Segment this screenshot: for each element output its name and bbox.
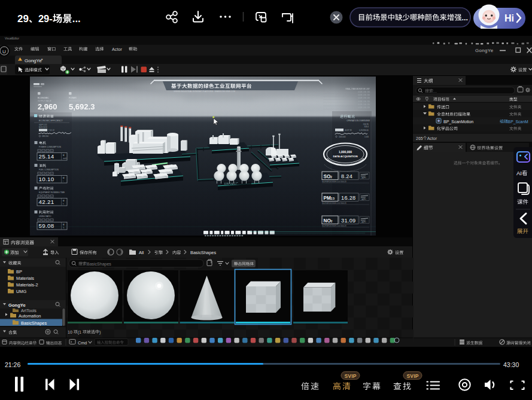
svg-text:...: ... xyxy=(72,13,81,24)
svg-text:59.08: 59.08 xyxy=(39,222,54,229)
svg-text:0.326 1.80 226: 0.326 1.80 226 xyxy=(358,97,370,99)
svg-text:OPERATION OVERVIEW: OPERATION OVERVIEW xyxy=(346,120,370,122)
svg-text:BasicShapes: BasicShapes xyxy=(190,250,216,255)
svg-text:BasicShapes: BasicShapes xyxy=(21,320,47,326)
svg-text:BP_ScanMotion: BP_ScanMotion xyxy=(443,120,473,124)
svg-text:SVIP: SVIP xyxy=(344,373,356,379)
svg-text:M: M xyxy=(47,150,48,151)
svg-text:GongYe: GongYe xyxy=(25,58,42,63)
svg-text:mm/h: mm/h xyxy=(63,157,67,160)
svg-text:μg/m³: μg/m³ xyxy=(361,221,366,223)
svg-text:16.28: 16.28 xyxy=(341,195,356,201)
svg-text:43:30: 43:30 xyxy=(503,361,519,368)
svg-text:8.24: 8.24 xyxy=(341,173,352,179)
svg-text:AI: AI xyxy=(516,170,522,176)
svg-text:0.326 1.80 226: 0.326 1.80 226 xyxy=(358,100,370,103)
svg-text:ECONOMIC EFFICIENCY: ECONOMIC EFFICIENCY xyxy=(39,120,63,122)
svg-text:All: All xyxy=(139,250,144,255)
svg-text:M: M xyxy=(39,173,40,174)
svg-text:¥ 41 22: ¥ 41 22 xyxy=(48,129,54,132)
svg-text:098.200: 098.200 xyxy=(42,135,48,138)
svg-text:M: M xyxy=(43,196,44,197)
svg-text:UMG: UMG xyxy=(16,289,26,294)
svg-text:2,960: 2,960 xyxy=(38,102,57,111)
svg-text:OUTPUT VALUE: OUTPUT VALUE xyxy=(38,100,51,102)
svg-text:M: M xyxy=(47,196,48,197)
svg-text:GongYe: GongYe xyxy=(8,303,26,308)
svg-text:M: M xyxy=(51,150,53,151)
svg-text:USING RATIO: USING RATIO xyxy=(39,215,51,218)
svg-text:FUEL CONSUMPTION: FUEL CONSUMPTION xyxy=(39,169,59,171)
svg-text:*: * xyxy=(41,57,43,63)
svg-text:POWER: POWER xyxy=(69,97,77,99)
svg-text:BP_ScanM: BP_ScanM xyxy=(508,120,528,124)
svg-text:46 87 39: 46 87 39 xyxy=(345,129,352,132)
svg-text:10.10: 10.10 xyxy=(39,176,54,182)
svg-text:SVIP: SVIP xyxy=(406,373,418,379)
svg-text:265: 265 xyxy=(416,136,423,141)
svg-text:PM: PM xyxy=(324,196,331,201)
svg-text:GENERATION: GENERATION xyxy=(69,100,81,102)
svg-text:1.006: 1.006 xyxy=(364,136,369,138)
svg-text:SULFUR DIOXIDE 0.14 1500.2: SULFUR DIOXIDE 0.14 1500.23 xyxy=(322,181,346,183)
svg-text:Materials: Materials xyxy=(16,276,34,281)
svg-text:BasicShapes: BasicShapes xyxy=(87,262,111,267)
svg-text:ECONOMIC: ECONOMIC xyxy=(38,97,49,99)
svg-text:M: M xyxy=(51,173,53,174)
svg-text:Actor: Actor xyxy=(112,47,122,52)
svg-text:M: M xyxy=(51,196,53,197)
svg-text:10: 10 xyxy=(68,330,72,334)
svg-text:0.326 1.80 226: 0.326 1.80 226 xyxy=(358,91,370,93)
svg-text:GREEN INDUSTRIAL INTERNET PLAT: GREEN INDUSTRIAL INTERNET PLATFORM · SHA… xyxy=(174,90,235,93)
svg-text:GongYe: GongYe xyxy=(475,48,494,53)
svg-text:M: M xyxy=(47,173,48,174)
svg-text:DATA ACQUISITION: DATA ACQUISITION xyxy=(333,155,357,158)
svg-text:ArtTools: ArtTools xyxy=(21,308,37,313)
svg-text:M: M xyxy=(43,219,44,221)
svg-text:0.326 1.80 226: 0.326 1.80 226 xyxy=(358,106,370,109)
svg-text:Materials-2: Materials-2 xyxy=(16,282,38,288)
svg-text:NO: NO xyxy=(324,218,332,224)
svg-text:...: ... xyxy=(433,89,437,93)
svg-text:1,000,000: 1,000,000 xyxy=(339,150,352,154)
svg-text:Hi: Hi xyxy=(504,13,514,23)
svg-text:M: M xyxy=(43,150,44,151)
svg-text:M: M xyxy=(51,219,53,221)
svg-text:318.4: 318.4 xyxy=(364,126,369,128)
svg-text:μg/m³: μg/m³ xyxy=(361,198,366,200)
svg-text:M: M xyxy=(39,219,40,221)
svg-text:NOX SOX: NOX SOX xyxy=(39,126,47,129)
svg-text:31.09: 31.09 xyxy=(341,218,356,224)
svg-text:2.5: 2.5 xyxy=(331,197,335,200)
svg-text:REAL-TIME MONITOR LIST: REAL-TIME MONITOR LIST xyxy=(346,88,370,90)
svg-text:0.326 1.80 226: 0.326 1.80 226 xyxy=(358,94,370,96)
svg-text:SULFUR DIOXIDE 0.14 1500.2: SULFUR DIOXIDE 0.14 1500.23 xyxy=(322,202,346,204)
svg-text:29-: 29- xyxy=(38,13,53,24)
svg-text:21:26: 21:26 xyxy=(5,361,20,368)
svg-text:0.326 1.80 226: 0.326 1.80 226 xyxy=(358,103,370,106)
svg-text:M: M xyxy=(39,150,40,151)
svg-text:...: ... xyxy=(462,14,468,22)
svg-text:29: 29 xyxy=(17,13,29,25)
svg-text:M: M xyxy=(39,196,40,197)
svg-text:M: M xyxy=(43,173,44,174)
svg-text:(1: (1 xyxy=(78,330,81,335)
svg-text:5,692.3: 5,692.3 xyxy=(69,102,95,111)
svg-text:25.14: 25.14 xyxy=(39,153,54,160)
svg-text:SO: SO xyxy=(324,174,331,179)
svg-text:Cmd: Cmd xyxy=(78,340,87,346)
svg-text:BP: BP xyxy=(16,269,22,274)
svg-text:μg/m³: μg/m³ xyxy=(361,176,366,179)
svg-text:Automation: Automation xyxy=(19,313,41,319)
svg-text:VisualEditor: VisualEditor xyxy=(5,37,19,40)
svg-text:42.21: 42.21 xyxy=(39,199,54,205)
svg-text:U: U xyxy=(2,49,6,54)
svg-text:M: M xyxy=(47,219,48,221)
svg-text:EQUIPMENT RUNNING TIME: EQUIPMENT RUNNING TIME xyxy=(39,191,65,194)
svg-text:): ) xyxy=(99,330,101,335)
svg-text:0.25/330.61: 0.25/330.61 xyxy=(359,129,369,132)
svg-text:Actor: Actor xyxy=(427,136,437,141)
svg-text:POWER CONSUMPTION: POWER CONSUMPTION xyxy=(39,146,62,148)
svg-text:1000.000: 1000.000 xyxy=(339,136,346,138)
